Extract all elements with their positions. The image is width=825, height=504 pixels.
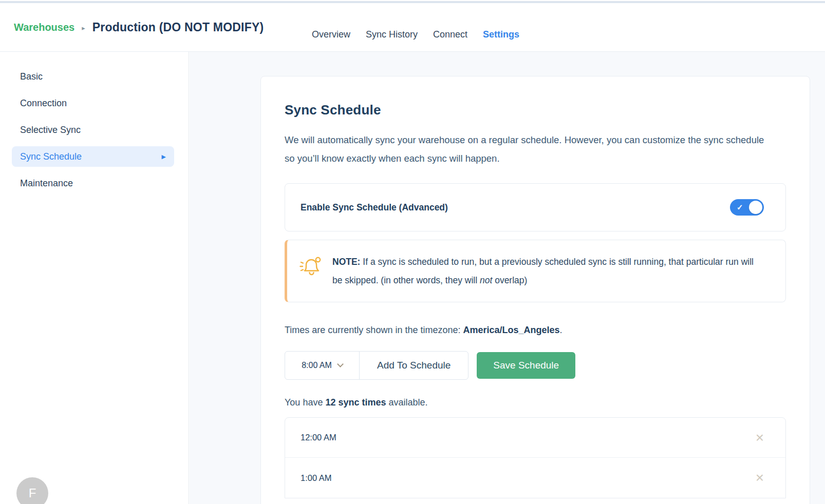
tab-connect[interactable]: Connect — [433, 3, 467, 51]
note-text: NOTE: If a sync is scheduled to run, but… — [332, 253, 764, 289]
sidebar-item-maintenance[interactable]: Maintenance — [0, 170, 189, 197]
chevron-down-icon — [337, 361, 344, 367]
page-title: Production (DO NOT MODIFY) — [92, 21, 264, 34]
time-select-value: 8:00 AM — [302, 361, 332, 370]
tab-settings[interactable]: Settings — [483, 3, 519, 51]
tab-sync-history[interactable]: Sync History — [366, 3, 418, 51]
breadcrumb-caret-icon: ▸ — [82, 24, 85, 32]
sidebar-item-label: Sync Schedule — [20, 151, 82, 162]
tab-bar: Overview Sync History Connect Settings — [312, 3, 519, 51]
breadcrumb-warehouses-link[interactable]: Warehouses — [14, 22, 74, 33]
close-icon[interactable]: × — [756, 431, 764, 445]
sync-times-list: 12:00 AM × 1:00 AM × — [285, 417, 786, 498]
save-schedule-button[interactable]: Save Schedule — [477, 352, 575, 379]
enable-sync-schedule-toggle[interactable]: ✓ — [730, 199, 764, 216]
tab-overview[interactable]: Overview — [312, 3, 350, 51]
timezone-line: Times are currently shown in the timezon… — [285, 325, 786, 336]
sidebar-item-connection[interactable]: Connection — [0, 90, 189, 117]
header: Warehouses ▸ Production (DO NOT MODIFY) … — [0, 3, 825, 52]
breadcrumb: Warehouses ▸ Production (DO NOT MODIFY) — [14, 21, 264, 34]
sync-time-value: 1:00 AM — [301, 473, 332, 483]
note-callout: NOTE: If a sync is scheduled to run, but… — [285, 240, 786, 302]
sidebar-item-sync-schedule[interactable]: Sync Schedule ▶ — [12, 146, 174, 167]
check-icon: ✓ — [737, 203, 743, 212]
section-description: We will automatically sync your warehous… — [285, 131, 767, 168]
list-item: 12:00 AM × — [285, 418, 785, 458]
content-area: Sync Schedule We will automatically sync… — [190, 52, 825, 504]
section-title: Sync Schedule — [285, 102, 786, 118]
caret-right-icon: ▶ — [162, 153, 166, 160]
sidebar-item-selective-sync[interactable]: Selective Sync — [0, 117, 189, 143]
settings-sidebar: Basic Connection Selective Sync Sync Sch… — [0, 52, 189, 504]
note-label: NOTE: — [332, 257, 360, 267]
close-icon[interactable]: × — [756, 471, 764, 485]
list-item: 1:00 AM × — [285, 458, 785, 498]
sidebar-item-basic[interactable]: Basic — [0, 63, 189, 90]
availability-count: 12 sync times — [325, 397, 386, 408]
enable-sync-schedule-label: Enable Sync Schedule (Advanced) — [301, 202, 448, 213]
bell-icon — [297, 253, 324, 289]
add-to-schedule-button[interactable]: Add To Schedule — [359, 351, 468, 380]
timezone-value: America/Los_Angeles — [463, 325, 559, 335]
time-select[interactable]: 8:00 AM — [285, 351, 360, 380]
enable-sync-schedule-row: Enable Sync Schedule (Advanced) ✓ — [285, 183, 786, 231]
schedule-controls: 8:00 AM Add To Schedule Save Schedule — [285, 351, 786, 380]
toggle-knob — [749, 201, 762, 214]
sync-time-value: 12:00 AM — [301, 433, 336, 442]
sync-schedule-card: Sync Schedule We will automatically sync… — [260, 76, 810, 504]
availability-line: You have 12 sync times available. — [285, 397, 786, 408]
